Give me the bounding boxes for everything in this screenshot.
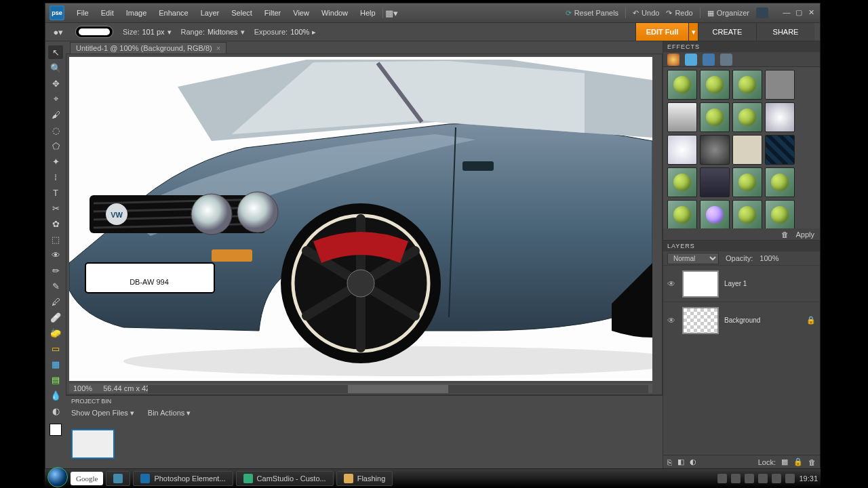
menu-window[interactable]: Window: [316, 6, 353, 20]
trash-icon[interactable]: 🗑: [781, 230, 789, 239]
effect-thumb[interactable]: [667, 167, 697, 197]
menu-image[interactable]: Image: [121, 6, 153, 20]
arrange-icon[interactable]: ▦▾: [384, 6, 399, 20]
visibility-icon[interactable]: 👁: [667, 316, 677, 325]
effect-thumb[interactable]: [765, 200, 795, 228]
zoom-level[interactable]: 100%: [73, 384, 92, 392]
tray-icon[interactable]: [745, 474, 754, 483]
straighten-tool[interactable]: ⬚: [48, 232, 63, 246]
color-swatch[interactable]: [50, 424, 62, 436]
selectionbrush-tool[interactable]: ⁞: [48, 170, 63, 184]
effect-thumb[interactable]: [667, 70, 697, 100]
menu-layer[interactable]: Layer: [195, 6, 225, 20]
menu-help[interactable]: Help: [355, 6, 381, 20]
effect-thumb[interactable]: [700, 167, 730, 197]
taskbar-app[interactable]: Flashing: [336, 471, 393, 486]
home-icon[interactable]: [756, 7, 768, 18]
tool-preset-icon[interactable]: ●▾: [51, 25, 66, 39]
undo-button[interactable]: ↶Undo: [633, 9, 659, 18]
document-tab[interactable]: Untitled-1 @ 100% (Background, RGB/8)×: [70, 42, 226, 54]
effect-thumb[interactable]: [732, 102, 762, 132]
size-field[interactable]: Size:101 px▾: [123, 28, 172, 37]
effect-thumb[interactable]: [732, 200, 762, 228]
app-logo[interactable]: pse: [50, 5, 64, 20]
layer-row[interactable]: 👁 Layer 1: [663, 265, 820, 302]
layer-thumbnail[interactable]: [682, 270, 719, 298]
lock-pixels-icon[interactable]: ▩: [781, 458, 788, 466]
effect-thumb[interactable]: [667, 102, 697, 132]
effect-thumb[interactable]: [765, 102, 795, 132]
effect-thumb[interactable]: [765, 167, 795, 197]
healing-tool[interactable]: ✏: [48, 264, 63, 277]
edit-dropdown[interactable]: ▾: [688, 23, 698, 41]
hand-tool[interactable]: ✥: [48, 77, 63, 90]
maximize-button[interactable]: ▢: [794, 9, 804, 17]
layer-name[interactable]: Background: [724, 317, 760, 324]
range-field[interactable]: Range:Midtones▾: [181, 28, 245, 37]
gradient-tool[interactable]: ▦: [48, 357, 63, 371]
smartbrush-tool[interactable]: 🧽: [48, 326, 63, 340]
photoeffects-tab-icon[interactable]: [703, 54, 715, 66]
close-tab-icon[interactable]: ×: [216, 44, 220, 52]
bin-thumbnail[interactable]: [71, 429, 115, 459]
delete-layer-icon[interactable]: 🗑: [808, 458, 816, 466]
menu-select[interactable]: Select: [226, 6, 258, 20]
taskbar-app[interactable]: Photoshop Element...: [133, 471, 233, 486]
menu-file[interactable]: File: [71, 6, 94, 20]
effect-thumb[interactable]: [700, 135, 730, 165]
pencil-tool[interactable]: 🖊: [48, 295, 63, 308]
minimize-button[interactable]: —: [782, 9, 791, 17]
filters-tab-icon[interactable]: [667, 54, 679, 66]
paintbucket-tool[interactable]: ▭: [48, 342, 63, 355]
layer-name[interactable]: Layer 1: [724, 280, 747, 287]
brush-tool[interactable]: 🖌: [48, 108, 63, 121]
effect-thumb[interactable]: [732, 167, 762, 197]
create-button[interactable]: CREATE: [698, 23, 756, 41]
google-search[interactable]: Google: [71, 472, 103, 485]
magicwand-tool[interactable]: ✦: [48, 155, 63, 168]
bin-actions-select[interactable]: Bin Actions ▾: [148, 409, 191, 418]
exposure-field[interactable]: Exposure:100%▸: [254, 28, 317, 37]
horizontal-scrollbar[interactable]: [148, 385, 648, 393]
layer-row[interactable]: 👁 Background 🔒: [663, 302, 820, 338]
shape-tool[interactable]: ▤: [48, 373, 63, 386]
menu-view[interactable]: View: [288, 6, 315, 20]
tray-icon[interactable]: [731, 474, 741, 483]
tray-icon[interactable]: [717, 474, 727, 483]
blur-tool[interactable]: 💧: [48, 388, 63, 402]
menu-edit[interactable]: Edit: [96, 6, 119, 20]
clock[interactable]: 19:31: [799, 474, 818, 483]
lasso-tool[interactable]: ⬠: [48, 139, 63, 152]
redeye-tool[interactable]: 👁: [48, 248, 63, 262]
crop-tool[interactable]: ✂: [48, 201, 63, 215]
menu-enhance[interactable]: Enhance: [153, 6, 193, 20]
show-open-files-select[interactable]: Show Open Files ▾: [71, 409, 134, 418]
sponge-tool[interactable]: ◐: [48, 404, 63, 418]
eyedropper-tool[interactable]: ⌖: [48, 92, 63, 106]
zoom-tool[interactable]: 🔍: [48, 61, 63, 75]
tray-icon[interactable]: [758, 474, 768, 483]
start-button[interactable]: [47, 467, 68, 487]
adjustment-icon[interactable]: ◐: [690, 458, 696, 466]
visibility-icon[interactable]: 👁: [667, 279, 677, 289]
layerstyles-tab-icon[interactable]: [685, 54, 697, 66]
opacity-value[interactable]: 100%: [760, 254, 778, 262]
close-button[interactable]: ✕: [806, 9, 816, 17]
organizer-button[interactable]: ▦Organizer: [707, 9, 749, 18]
effect-thumb[interactable]: [700, 102, 730, 132]
effect-thumb[interactable]: [732, 135, 762, 165]
cookie-cutter-tool[interactable]: ✿: [48, 217, 63, 230]
effect-thumb[interactable]: [667, 200, 697, 228]
taskbar-app[interactable]: [106, 471, 130, 486]
apply-button[interactable]: Apply: [795, 230, 814, 239]
clone-tool[interactable]: ✎: [48, 279, 63, 293]
link-layers-icon[interactable]: ⎘: [667, 458, 672, 466]
eraser-tool[interactable]: 🩹: [48, 310, 63, 324]
share-button[interactable]: SHARE: [756, 23, 814, 41]
effect-thumb[interactable]: [700, 70, 730, 100]
marquee-tool[interactable]: ◌: [48, 123, 63, 137]
tray-icon[interactable]: [772, 474, 781, 483]
layer-thumbnail[interactable]: [682, 307, 719, 334]
move-tool[interactable]: ↖: [48, 45, 63, 59]
canvas[interactable]: VW DB-AW 994: [69, 57, 652, 381]
